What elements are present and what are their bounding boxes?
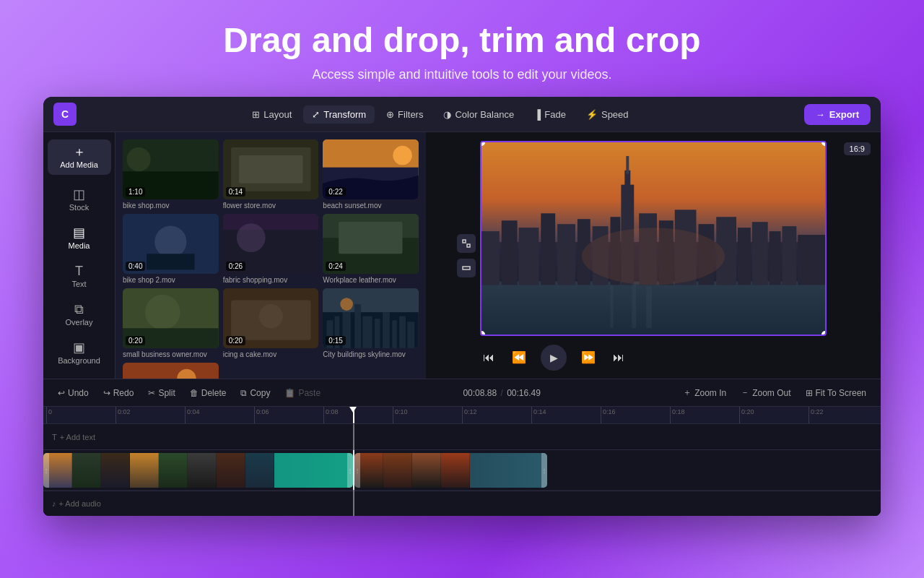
tab-fade[interactable]: ▐ Fade — [526, 105, 575, 124]
tab-transform[interactable]: ⤢ Transform — [303, 105, 375, 124]
media-duration: 0:26 — [226, 262, 245, 271]
zoom-out-icon: － — [741, 387, 749, 399]
media-item[interactable]: 0:20 icing a cake.mov — [223, 288, 319, 358]
svg-point-8 — [393, 146, 413, 165]
redo-button[interactable]: ↪ Redo — [97, 385, 140, 401]
svg-rect-58 — [770, 231, 781, 285]
split-button[interactable]: ✂ Split — [142, 385, 180, 401]
media-item[interactable]: 0:26 fabric shopping.mov — [223, 214, 319, 284]
ruler-mark: 0:06 — [254, 407, 323, 423]
color-balance-icon: ◑ — [443, 109, 451, 120]
svg-point-23 — [258, 304, 282, 328]
svg-rect-61 — [481, 231, 500, 285]
sidebar-item-transition[interactable]: ⊠ Transition — [48, 374, 111, 379]
undo-button[interactable]: ↩ Undo — [52, 385, 95, 401]
text-icon: T — [75, 264, 83, 277]
media-filename: beach sunset.mov — [323, 202, 419, 210]
add-media-icon: ＋ — [73, 145, 86, 158]
preview-video-container: ⏮ ⏪ ▶ ⏩ ⏭ — [480, 141, 827, 371]
sidebar-item-add-media[interactable]: ＋ Add Media — [48, 139, 111, 175]
clip-handle-right[interactable]: ⋮ — [541, 453, 547, 488]
sidebar-item-media[interactable]: ▤ Media — [48, 220, 111, 256]
resize-handle-br[interactable] — [821, 331, 827, 336]
svg-point-10 — [154, 225, 186, 257]
media-duration: 0:40 — [126, 262, 145, 271]
play-pause-button[interactable]: ▶ — [541, 345, 567, 371]
media-item[interactable]: 0:20 small business owner.mov — [123, 288, 219, 358]
media-duration: 0:20 — [126, 336, 145, 345]
tab-filters[interactable]: ⊕ Filters — [378, 105, 432, 124]
media-item[interactable]: 0:06 running at sunset.mov — [123, 363, 219, 379]
tab-layout[interactable]: ⊞ Layout — [243, 105, 300, 124]
tab-speed[interactable]: ⚡ Speed — [578, 105, 637, 124]
rewind-button[interactable]: ⏪ — [509, 348, 529, 367]
clip-frame — [383, 453, 412, 488]
video-clip-1[interactable]: ⋮ ⋮ — [43, 453, 353, 488]
clip-frame — [188, 453, 217, 488]
zoom-out-button[interactable]: － Zoom Out — [735, 384, 796, 402]
svg-rect-69 — [611, 285, 614, 328]
ruler-mark: 0:04 — [185, 407, 254, 423]
sidebar-item-background[interactable]: ▣ Background — [48, 335, 111, 371]
crop-icon-btn-1[interactable] — [457, 234, 476, 253]
fit-to-screen-button[interactable]: ⊞ Fit To Screen — [800, 385, 872, 401]
clip-handle-left[interactable]: ⋮ — [43, 453, 49, 488]
svg-rect-29 — [355, 304, 362, 348]
zoom-in-button[interactable]: ＋ Zoom In — [677, 384, 732, 402]
media-filename: fabric shopping.mov — [223, 276, 319, 284]
export-button[interactable]: → Export — [804, 104, 871, 125]
tab-color-balance[interactable]: ◑ Color Balance — [435, 105, 523, 124]
preview-video — [480, 141, 827, 336]
media-grid: 1:10 bike shop.mov 0:14 flower store.mov — [123, 139, 419, 379]
fast-forward-button[interactable]: ⏩ — [578, 348, 598, 367]
layout-icon: ⊞ — [252, 109, 260, 120]
timeline-zoom-controls: ＋ Zoom In － Zoom Out ⊞ Fit To Screen — [677, 384, 872, 402]
sidebar-item-text[interactable]: T Text — [48, 259, 111, 294]
hero-title: Drag and drop, trim and crop — [0, 20, 924, 60]
ruler-playhead — [353, 407, 354, 423]
ruler-mark: 0:02 — [116, 407, 185, 423]
media-item[interactable]: 0:24 Workplace leather.mov — [323, 214, 419, 284]
delete-button[interactable]: 🗑 Delete — [184, 385, 232, 401]
media-item[interactable]: 0:22 beach sunset.mov — [323, 139, 419, 210]
svg-rect-11 — [147, 254, 194, 269]
media-item[interactable]: 0:40 bike shop 2.mov — [123, 214, 219, 284]
clip-handle-left[interactable]: ⋮ — [354, 453, 360, 488]
fit-screen-icon: ⊞ — [806, 388, 813, 398]
text-track-icon: T — [52, 433, 57, 441]
overlay-icon: ⧉ — [74, 303, 84, 316]
delete-icon: 🗑 — [190, 388, 199, 398]
skip-to-start-button[interactable]: ⏮ — [480, 348, 497, 367]
timeline-tracks[interactable]: T + Add text — [43, 424, 881, 516]
media-item[interactable]: 0:14 flower store.mov — [223, 139, 319, 210]
media-item[interactable]: 0:15 City buildings skyline.mov — [323, 288, 419, 358]
clip-handle-right[interactable]: ⋮ — [347, 453, 353, 488]
add-text-button[interactable]: T + Add text — [43, 430, 104, 444]
fade-icon: ▐ — [534, 109, 541, 120]
media-filename: bike shop 2.mov — [123, 276, 219, 284]
export-arrow-icon: → — [816, 109, 825, 120]
toolbar-tabs: ⊞ Layout ⤢ Transform ⊕ Filters ◑ Color B… — [82, 105, 798, 124]
add-audio-button[interactable]: ♪ + Add audio — [43, 496, 110, 511]
skip-to-end-button[interactable]: ⏭ — [610, 348, 627, 367]
svg-rect-34 — [399, 316, 406, 348]
paste-button[interactable]: 📋 Paste — [279, 385, 326, 401]
ruler-mark: 0 — [46, 407, 116, 423]
zoom-in-icon: ＋ — [683, 387, 692, 399]
app-window: C ⊞ Layout ⤢ Transform ⊕ Filters ◑ Color… — [43, 97, 881, 516]
app-logo: C — [53, 103, 77, 126]
copy-button[interactable]: ⧉ Copy — [235, 385, 276, 401]
sidebar-item-overlay[interactable]: ⧉ Overlay — [48, 297, 111, 332]
media-filename: icing a cake.mov — [223, 350, 319, 358]
media-icon: ▤ — [73, 226, 85, 239]
svg-rect-44 — [463, 267, 470, 269]
speed-icon: ⚡ — [586, 109, 598, 120]
crop-icon-btn-2[interactable] — [457, 259, 476, 277]
video-clip-2[interactable]: ⋮ ⋮ — [354, 453, 547, 488]
sidebar: ＋ Add Media ◫ Stock ▤ Media T Text ⧉ Ove… — [43, 132, 116, 379]
resize-handle-tr[interactable] — [821, 141, 827, 146]
timeline-area: ↩ Undo ↪ Redo ✂ Split 🗑 Delete ⧉ Copy 📋 — [43, 379, 881, 516]
sidebar-item-stock[interactable]: ◫ Stock — [48, 182, 111, 217]
ruler-mark: 0:18 — [670, 407, 739, 423]
media-item[interactable]: 1:10 bike shop.mov — [123, 139, 219, 210]
